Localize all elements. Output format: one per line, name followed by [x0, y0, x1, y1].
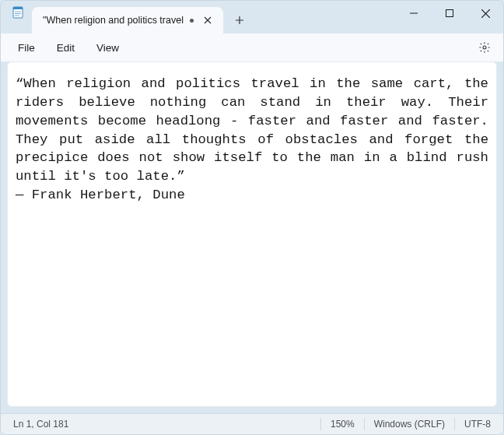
menu-bar: File Edit View [1, 33, 503, 61]
status-line-ending[interactable]: Windows (CRLF) [365, 414, 454, 434]
tab-title: "When religion and politics travel [43, 15, 184, 26]
maximize-icon [446, 9, 453, 17]
status-encoding[interactable]: UTF-8 [455, 414, 500, 434]
tab-close-button[interactable] [200, 12, 215, 28]
new-tab-button[interactable] [226, 7, 253, 33]
status-cursor-position: Ln 1, Col 181 [4, 414, 78, 434]
editor-content[interactable]: “When religion and politics travel in th… [16, 75, 488, 205]
menu-file[interactable]: File [7, 37, 46, 58]
close-window-button[interactable] [467, 1, 503, 26]
gear-icon [478, 41, 491, 54]
maximize-button[interactable] [432, 1, 467, 26]
svg-point-13 [483, 46, 486, 49]
status-bar: Ln 1, Col 181 150% Windows (CRLF) UTF-8 [1, 413, 503, 434]
editor-area[interactable]: “When religion and politics travel in th… [7, 61, 497, 407]
tab-active[interactable]: "When religion and politics travel [32, 7, 223, 33]
menu-view[interactable]: View [86, 37, 130, 58]
menu-edit[interactable]: Edit [46, 37, 86, 58]
minimize-button[interactable] [396, 1, 432, 26]
status-zoom[interactable]: 150% [321, 414, 364, 434]
settings-button[interactable] [472, 35, 497, 60]
notepad-app-icon [12, 6, 24, 19]
title-bar: "When religion and politics travel [1, 1, 503, 33]
close-icon [204, 16, 212, 24]
plus-icon [235, 16, 244, 25]
svg-rect-1 [13, 7, 23, 9]
minimize-icon [410, 9, 418, 17]
modified-indicator-icon [190, 19, 194, 23]
svg-rect-10 [446, 10, 453, 17]
close-icon [481, 9, 490, 18]
window-controls [396, 1, 503, 33]
